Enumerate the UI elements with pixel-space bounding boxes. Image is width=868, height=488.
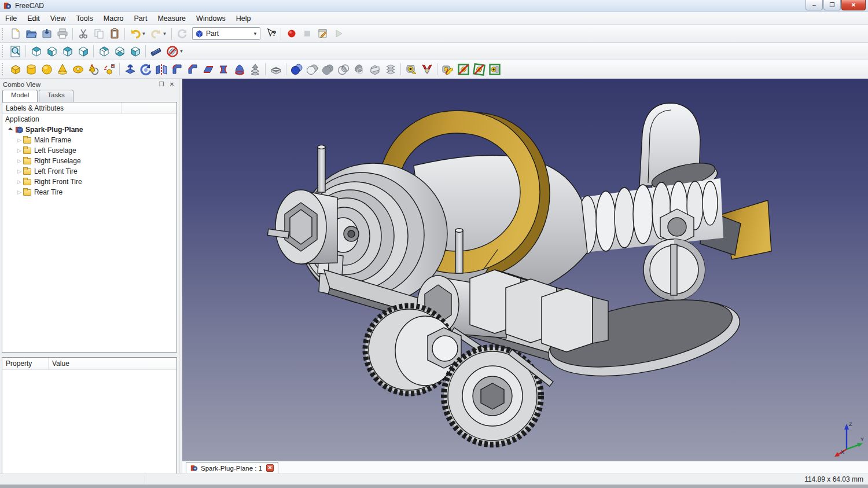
tree-item-left-fuselage[interactable]: ▷ Left Fuselage	[2, 145, 176, 156]
menu-view[interactable]: View	[45, 13, 71, 24]
print-button[interactable]	[54, 26, 70, 41]
cut-boolean-button[interactable]	[304, 62, 320, 77]
document-tab[interactable]: Spark-Plug-Plane : 1 ✕	[186, 462, 278, 474]
new-file-button[interactable]	[8, 26, 23, 41]
whats-this-button[interactable]: ?	[263, 26, 278, 41]
menu-macro[interactable]: Macro	[98, 13, 129, 24]
expand-arrow-icon[interactable]: ▷	[17, 189, 21, 195]
toggle-3d-measure-button[interactable]	[471, 62, 487, 77]
clear-measurement-button[interactable]: ▼	[164, 44, 186, 59]
open-file-button[interactable]	[23, 26, 39, 41]
bottom-view-button[interactable]	[112, 44, 127, 59]
ruled-surface-button[interactable]	[216, 62, 231, 77]
boolean-button[interactable]	[289, 62, 304, 77]
tab-tasks[interactable]: Tasks	[39, 90, 73, 102]
tree-root-application[interactable]: Application	[2, 114, 176, 124]
menu-tools[interactable]: Tools	[71, 13, 98, 24]
property-column-header[interactable]: Property	[2, 358, 49, 369]
part-sphere-button[interactable]	[39, 62, 54, 77]
tree-item-right-front-tire[interactable]: ▷ Right Front Tire	[2, 177, 176, 187]
extrude-button[interactable]	[122, 62, 138, 77]
toolbar-grip[interactable]	[2, 28, 6, 40]
section-button[interactable]	[351, 62, 367, 77]
measure-linear-button[interactable]	[403, 62, 419, 77]
macro-run-button[interactable]	[330, 26, 346, 41]
expand-arrow-icon[interactable]: ▷	[17, 137, 21, 143]
axonometric-view-button[interactable]	[28, 44, 44, 59]
float-panel-icon[interactable]: ❐	[157, 80, 165, 89]
measure-distance-button[interactable]	[148, 44, 164, 59]
macro-edit-button[interactable]	[315, 26, 330, 41]
part-box-button[interactable]	[8, 62, 23, 77]
part-cone-button[interactable]	[54, 62, 70, 77]
fillet-button[interactable]	[169, 62, 185, 77]
fit-all-button[interactable]	[8, 44, 23, 59]
left-view-button[interactable]	[127, 44, 143, 59]
refresh-button[interactable]	[174, 26, 190, 41]
undo-dropdown-arrow[interactable]: ▼	[142, 31, 146, 36]
top-view-button[interactable]	[60, 44, 75, 59]
restore-button[interactable]: ❐	[823, 0, 841, 10]
right-view-button[interactable]	[75, 44, 91, 59]
workbench-selected-label: Part	[206, 30, 253, 38]
toggle-delta-measure-button[interactable]	[487, 62, 502, 77]
tree-column-header[interactable]: Labels & Attributes	[6, 104, 64, 112]
clear-all-measure-button[interactable]	[440, 62, 455, 77]
macro-record-button[interactable]	[284, 26, 299, 41]
cross-sections-button[interactable]	[367, 62, 382, 77]
chamfer-button[interactable]	[185, 62, 200, 77]
shape-builder-button[interactable]	[101, 62, 117, 77]
menu-windows[interactable]: Windows	[191, 13, 231, 24]
tree-item-main-frame[interactable]: ▷ Main Frame	[2, 135, 176, 145]
thickness-button[interactable]	[268, 62, 284, 77]
expand-arrow-icon[interactable]: ▷	[17, 179, 21, 185]
collapse-arrow-icon[interactable]	[8, 127, 13, 132]
cut-button[interactable]	[75, 26, 91, 41]
loft-button[interactable]	[231, 62, 247, 77]
tab-close-icon[interactable]: ✕	[266, 464, 274, 472]
front-view-button[interactable]	[44, 44, 60, 59]
macro-stop-button[interactable]	[299, 26, 315, 41]
expand-arrow-icon[interactable]: ▷	[17, 148, 21, 153]
menu-edit[interactable]: Edit	[22, 13, 45, 24]
part-primitives-button[interactable]	[86, 62, 101, 77]
save-file-button[interactable]	[39, 26, 54, 41]
menu-part[interactable]: Part	[129, 13, 153, 24]
mirror-button[interactable]	[153, 62, 169, 77]
menu-measure[interactable]: Measure	[152, 13, 191, 24]
toolbar-grip[interactable]	[2, 45, 6, 57]
union-button[interactable]	[320, 62, 336, 77]
expand-arrow-icon[interactable]: ▷	[17, 158, 21, 164]
toggle-all-measure-button[interactable]	[455, 62, 471, 77]
rear-view-button[interactable]	[96, 44, 112, 59]
undo-button[interactable]: ▼	[127, 26, 148, 41]
intersection-button[interactable]	[336, 62, 351, 77]
tree-item-rear-tire[interactable]: ▷ Rear Tire	[2, 187, 176, 197]
close-button[interactable]: ✕	[841, 0, 866, 10]
copy-button[interactable]	[91, 26, 106, 41]
redo-button[interactable]: ▼	[148, 26, 169, 41]
minimize-button[interactable]: –	[806, 0, 823, 10]
part-cylinder-button[interactable]	[23, 62, 39, 77]
tab-model[interactable]: Model	[2, 90, 38, 102]
redo-dropdown-arrow[interactable]: ▼	[163, 31, 167, 36]
part-torus-button[interactable]	[70, 62, 86, 77]
close-panel-icon[interactable]: ✕	[168, 80, 176, 89]
tree-item-document[interactable]: Spark-Plug-Plane	[2, 124, 176, 135]
workbench-selector[interactable]: Part ▼	[192, 27, 260, 40]
menu-file[interactable]: File	[0, 13, 22, 24]
expand-arrow-icon[interactable]: ▷	[17, 168, 21, 174]
3d-viewport[interactable]: Z Y X	[182, 79, 868, 461]
measure-angular-button[interactable]	[419, 62, 435, 77]
clear-measure-dropdown-arrow[interactable]: ▼	[179, 49, 184, 54]
value-column-header[interactable]: Value	[49, 358, 73, 369]
paste-button[interactable]	[106, 26, 122, 41]
make-face-button[interactable]	[200, 62, 216, 77]
menu-help[interactable]: Help	[231, 13, 256, 24]
revolve-button[interactable]	[138, 62, 153, 77]
tree-item-right-fuselage[interactable]: ▷ Right Fuselage	[2, 156, 176, 166]
toolbar-grip[interactable]	[2, 63, 6, 76]
slice-button[interactable]	[382, 62, 398, 77]
sweep-button[interactable]	[247, 62, 263, 77]
tree-item-left-front-tire[interactable]: ▷ Left Front Tire	[2, 166, 176, 177]
